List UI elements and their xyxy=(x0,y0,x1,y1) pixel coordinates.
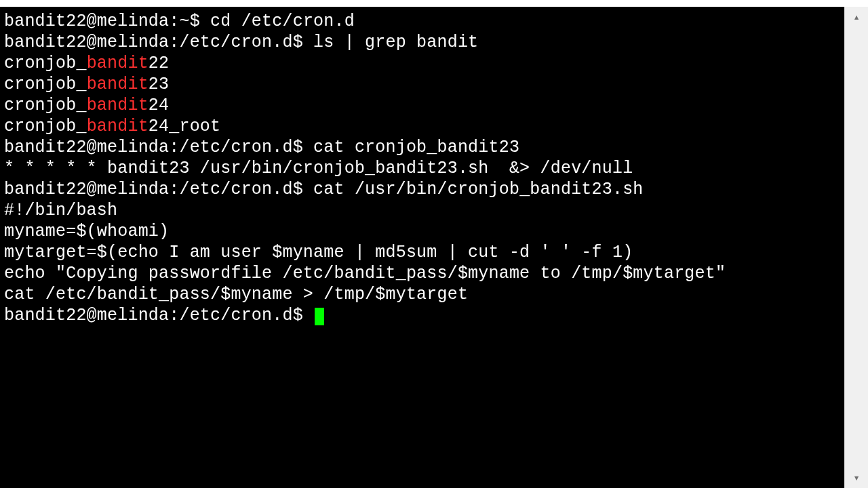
script-line: cat /etc/bandit_pass/$myname > /tmp/$myt… xyxy=(4,284,840,305)
grep-line: cronjob_bandit22 xyxy=(4,53,840,74)
grep-match: bandit xyxy=(87,54,149,73)
prompt: bandit22@melinda:/etc/cron.d$ xyxy=(4,138,313,157)
prompt: bandit22@melinda:/etc/cron.d$ xyxy=(4,180,313,199)
cursor-block xyxy=(315,308,324,325)
terminal-window: bandit22@melinda:~$ cd /etc/cron.dbandit… xyxy=(0,0,868,488)
window-topbar xyxy=(0,0,868,7)
grep-line: cronjob_bandit23 xyxy=(4,74,840,95)
prompt: bandit22@melinda:/etc/cron.d$ xyxy=(4,306,313,325)
cron-entry: * * * * * bandit23 /usr/bin/cronjob_band… xyxy=(4,158,840,179)
prompt: bandit22@melinda:~$ xyxy=(4,12,210,31)
terminal-wrap: bandit22@melinda:~$ cd /etc/cron.dbandit… xyxy=(0,7,868,488)
grep-match: bandit xyxy=(87,75,149,94)
script-line: #!/bin/bash xyxy=(4,200,840,221)
command-cd: cd /etc/cron.d xyxy=(210,12,355,31)
grep-match: bandit xyxy=(87,117,149,136)
command-ls: ls | grep bandit xyxy=(313,33,478,52)
prompt: bandit22@melinda:/etc/cron.d$ xyxy=(4,33,313,52)
script-line: mytarget=$(echo I am user $myname | md5s… xyxy=(4,242,840,263)
command-cat-script: cat /usr/bin/cronjob_bandit23.sh xyxy=(313,180,643,199)
command-cat-cron: cat cronjob_bandit23 xyxy=(313,138,519,157)
script-line: myname=$(whoami) xyxy=(4,221,840,242)
scrollbar[interactable]: ▴ ▾ xyxy=(844,7,868,488)
scroll-up-arrow-icon[interactable]: ▴ xyxy=(845,7,868,27)
script-line: echo "Copying passwordfile /etc/bandit_p… xyxy=(4,263,840,284)
grep-match: bandit xyxy=(87,96,149,115)
scroll-down-arrow-icon[interactable]: ▾ xyxy=(845,468,868,488)
grep-line: cronjob_bandit24_root xyxy=(4,116,840,137)
terminal-output[interactable]: bandit22@melinda:~$ cd /etc/cron.dbandit… xyxy=(0,7,844,488)
grep-line: cronjob_bandit24 xyxy=(4,95,840,116)
